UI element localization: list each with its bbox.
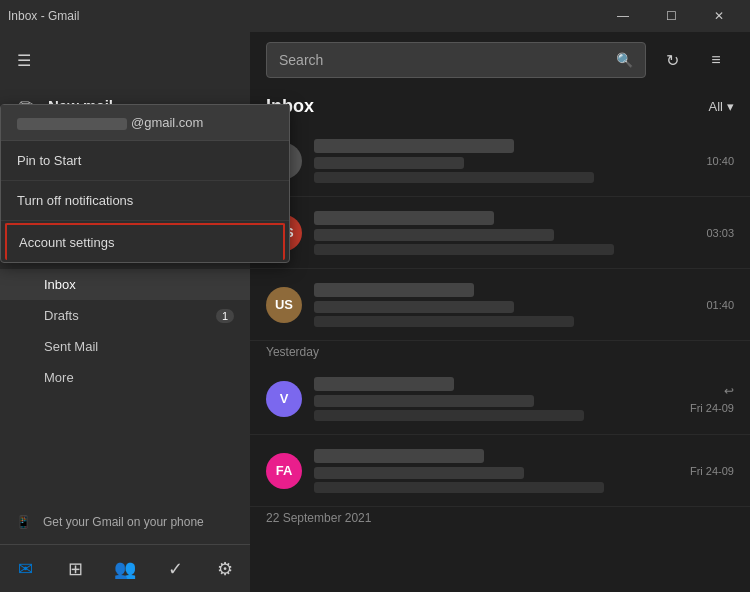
inbox-filter[interactable]: All ▾ — [709, 99, 734, 114]
folder-drafts-label: Drafts — [44, 308, 79, 323]
avatar: US — [266, 287, 302, 323]
email-subject — [314, 467, 524, 479]
nav-settings-button[interactable]: ⚙ — [201, 549, 249, 589]
table-row[interactable]: FA Fri 24-09 — [250, 435, 750, 507]
inbox-header: Inbox All ▾ — [250, 88, 750, 125]
nav-calendar-button[interactable]: ⊞ — [51, 549, 99, 589]
people-nav-icon: 👥 — [114, 558, 136, 580]
email-body — [314, 377, 678, 421]
folder-drafts[interactable]: Drafts 1 — [0, 300, 250, 331]
nav-mail-button[interactable]: ✉ — [1, 549, 49, 589]
replied-icon: ↩ — [724, 384, 734, 398]
email-from — [314, 211, 494, 225]
folder-inbox-label: Inbox — [44, 277, 76, 292]
folder-more-label: More — [44, 370, 74, 385]
email-subject — [314, 229, 554, 241]
get-app-button[interactable]: 📱 Get your Gmail on your phone — [0, 500, 250, 544]
chevron-down-icon: ▾ — [727, 99, 734, 114]
app-title: Inbox - Gmail — [8, 9, 79, 23]
phone-icon: 📱 — [16, 515, 31, 529]
context-menu: @gmail.com Pin to Start Turn off notific… — [0, 104, 290, 263]
filter-button[interactable]: ≡ — [698, 42, 734, 78]
main-header: Search 🔍 ↻ ≡ — [250, 32, 750, 88]
folder-more[interactable]: More — [0, 362, 250, 393]
email-time: 01:40 — [706, 299, 734, 311]
context-email-address: @gmail.com — [1, 105, 289, 141]
search-bar[interactable]: Search 🔍 — [266, 42, 646, 78]
date-divider-old: 22 September 2021 — [250, 507, 750, 529]
window-controls: — ☐ ✕ — [600, 0, 742, 32]
email-subject — [314, 395, 534, 407]
date-divider-yesterday: Yesterday — [250, 341, 750, 363]
email-meta: Fri 24-09 — [690, 465, 734, 477]
email-from — [314, 449, 484, 463]
email-preview — [314, 172, 594, 183]
app-body: ☰ ✏ New mail 👤 Accounts Gmail 📁 Folders … — [0, 32, 750, 592]
email-meta: ↩ Fri 24-09 — [690, 384, 734, 414]
email-time: 10:40 — [706, 155, 734, 167]
get-app-label: Get your Gmail on your phone — [43, 515, 204, 529]
email-preview — [314, 244, 614, 255]
main-content: Search 🔍 ↻ ≡ Inbox All ▾ — [250, 32, 750, 592]
table-row[interactable]: V ↩ Fri 24-09 — [250, 363, 750, 435]
folder-sent-label: Sent Mail — [44, 339, 98, 354]
table-row[interactable]: MS 03:03 — [250, 197, 750, 269]
minimize-button[interactable]: — — [600, 0, 646, 32]
email-list: 10:40 MS 03:03 US — [250, 125, 750, 592]
email-body — [314, 139, 694, 183]
email-subject — [314, 301, 514, 313]
nav-people-button[interactable]: 👥 — [101, 549, 149, 589]
drafts-badge: 1 — [216, 309, 234, 323]
hamburger-icon: ☰ — [17, 51, 31, 70]
search-text: Search — [279, 52, 616, 68]
filter-icon: ≡ — [711, 51, 720, 69]
calendar-nav-icon: ⊞ — [68, 558, 83, 580]
turn-off-notifications-item[interactable]: Turn off notifications — [1, 181, 289, 221]
email-preview — [314, 316, 574, 327]
email-meta: 03:03 — [706, 227, 734, 239]
email-subject — [314, 157, 464, 169]
header-actions: ↻ ≡ — [654, 42, 734, 78]
search-icon: 🔍 — [616, 52, 633, 68]
avatar: FA — [266, 453, 302, 489]
hamburger-button[interactable]: ☰ — [0, 40, 48, 80]
close-button[interactable]: ✕ — [696, 0, 742, 32]
email-time: 03:03 — [706, 227, 734, 239]
table-row[interactable]: US 01:40 — [250, 269, 750, 341]
refresh-icon: ↻ — [666, 51, 679, 70]
email-time: Fri 24-09 — [690, 402, 734, 414]
sidebar-bottom: 📱 Get your Gmail on your phone ✉ ⊞ 👥 ✓ ⚙ — [0, 500, 250, 592]
email-from — [314, 283, 474, 297]
nav-tasks-button[interactable]: ✓ — [151, 549, 199, 589]
settings-nav-icon: ⚙ — [217, 558, 233, 580]
table-row[interactable]: 10:40 — [250, 125, 750, 197]
email-body — [314, 211, 694, 255]
email-body — [314, 283, 694, 327]
refresh-button[interactable]: ↻ — [654, 42, 690, 78]
pin-to-start-item[interactable]: Pin to Start — [1, 141, 289, 181]
email-time: Fri 24-09 — [690, 465, 734, 477]
email-meta: 01:40 — [706, 299, 734, 311]
filter-label: All — [709, 99, 723, 114]
folder-inbox[interactable]: Inbox — [0, 269, 250, 300]
folder-sent[interactable]: Sent Mail — [0, 331, 250, 362]
email-from — [314, 139, 514, 153]
titlebar: Inbox - Gmail — ☐ ✕ — [0, 0, 750, 32]
email-meta: 10:40 — [706, 155, 734, 167]
sidebar: ☰ ✏ New mail 👤 Accounts Gmail 📁 Folders … — [0, 32, 250, 592]
email-preview — [314, 482, 604, 493]
maximize-button[interactable]: ☐ — [648, 0, 694, 32]
email-preview — [314, 410, 584, 421]
email-from — [314, 377, 454, 391]
avatar: V — [266, 381, 302, 417]
email-body — [314, 449, 678, 493]
mail-nav-icon: ✉ — [18, 558, 33, 580]
sidebar-nav: ✉ ⊞ 👥 ✓ ⚙ — [0, 544, 250, 592]
account-settings-item[interactable]: Account settings — [5, 223, 285, 260]
tasks-nav-icon: ✓ — [168, 558, 183, 580]
